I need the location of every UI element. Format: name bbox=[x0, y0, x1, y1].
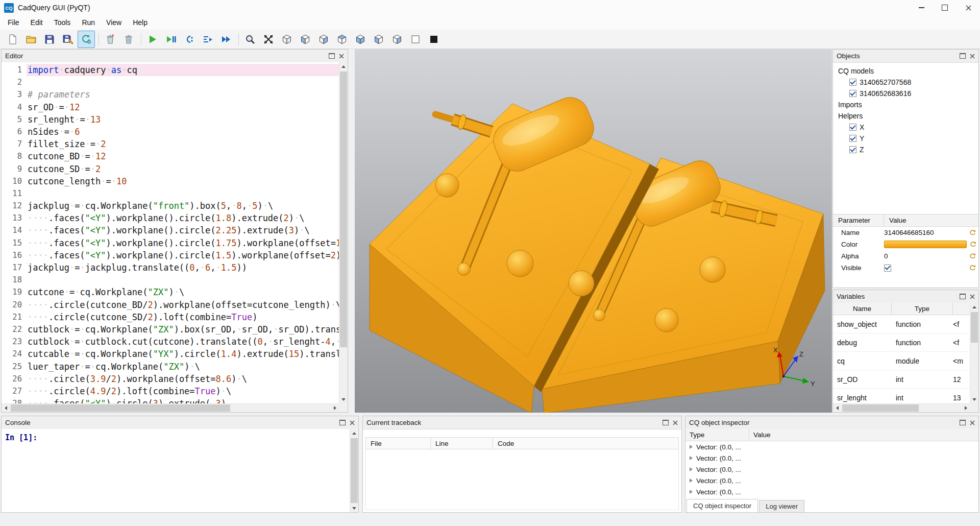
inspector-row-2[interactable]: Vector: (0.0, ... bbox=[685, 452, 978, 464]
code-line-12[interactable]: 12jackplug·=·cq.Workplane("front").box(5… bbox=[2, 200, 339, 212]
save-as-button[interactable] bbox=[59, 31, 77, 48]
code-line-18[interactable]: 18 bbox=[2, 274, 339, 286]
tree-item-y[interactable]: Y bbox=[833, 133, 978, 144]
float-icon[interactable] bbox=[339, 420, 346, 425]
code-line-13[interactable]: 13····.faces("<Y").workplane().circle(1.… bbox=[2, 212, 339, 224]
top-view-button[interactable] bbox=[333, 31, 351, 48]
visible-checkbox[interactable] bbox=[884, 265, 891, 272]
tree-item-cq-models[interactable]: CQ models bbox=[833, 65, 978, 77]
float-icon[interactable] bbox=[329, 53, 335, 59]
menu-file[interactable]: File bbox=[2, 15, 25, 30]
checkbox[interactable] bbox=[849, 146, 856, 153]
float-icon[interactable] bbox=[960, 420, 966, 425]
close-icon[interactable] bbox=[339, 54, 344, 59]
code-line-24[interactable]: 24cutcable·=·cq.Workplane("YX").circle(1… bbox=[2, 348, 339, 360]
code-line-9[interactable]: 9cutcone_SD·=·2 bbox=[2, 163, 339, 175]
autoreload-button[interactable] bbox=[78, 31, 95, 48]
viewport-3d[interactable]: X Z Y bbox=[355, 49, 832, 413]
checkbox[interactable] bbox=[849, 135, 856, 142]
checkbox[interactable] bbox=[849, 124, 856, 131]
delete-button[interactable] bbox=[120, 31, 137, 48]
continue-button[interactable] bbox=[217, 31, 235, 48]
checkbox[interactable] bbox=[849, 90, 856, 97]
code-line-10[interactable]: 10cutcone_length·=·10 bbox=[2, 175, 339, 187]
menu-run[interactable]: Run bbox=[76, 15, 101, 30]
tree-item-z[interactable]: Z bbox=[833, 144, 978, 155]
close-icon[interactable] bbox=[970, 54, 975, 59]
tree-item-3140652683616[interactable]: 3140652683616 bbox=[833, 88, 978, 99]
wireframe-button[interactable] bbox=[407, 31, 424, 48]
variables-horizontal-scrollbar[interactable] bbox=[833, 403, 970, 412]
minimize-button[interactable] bbox=[910, 0, 933, 15]
code-line-8[interactable]: 8cutcone_BD·=·12 bbox=[2, 150, 339, 162]
expand-icon[interactable] bbox=[690, 479, 693, 483]
code-line-26[interactable]: 26····.circle(3.9/2).workplane(offset=8.… bbox=[2, 373, 339, 385]
variable-row-cq[interactable]: cqmodule<m bbox=[833, 352, 970, 370]
color-swatch[interactable] bbox=[884, 241, 967, 248]
code-line-5[interactable]: 5sr_lenght·=·13 bbox=[2, 113, 339, 126]
close-icon[interactable] bbox=[970, 294, 975, 299]
code-line-19[interactable]: 19cutcone·=·cq.Workplane("ZX")·\ bbox=[2, 286, 339, 298]
code-line-14[interactable]: 14····.faces("<Y").workplane().circle(2.… bbox=[2, 224, 339, 236]
menu-edit[interactable]: Edit bbox=[25, 15, 48, 30]
maximize-button[interactable] bbox=[933, 0, 957, 15]
step-button[interactable] bbox=[181, 31, 198, 48]
reset-icon[interactable] bbox=[966, 229, 978, 236]
code-line-21[interactable]: 21····.circle(cutcone_SD/2).loft(combine… bbox=[2, 311, 339, 323]
close-button[interactable] bbox=[957, 0, 980, 15]
scrollbar-thumb[interactable] bbox=[351, 438, 358, 503]
run-button[interactable] bbox=[144, 31, 161, 48]
fit-zoom-button[interactable] bbox=[241, 31, 259, 48]
clear-button[interactable] bbox=[102, 31, 119, 48]
iso-view-button[interactable] bbox=[278, 31, 296, 48]
debug-button[interactable] bbox=[162, 31, 180, 48]
menu-tools[interactable]: Tools bbox=[48, 15, 77, 30]
code-line-23[interactable]: 23cutblock·=·cutblock.cut(cutcone).trans… bbox=[2, 336, 339, 348]
float-icon[interactable] bbox=[663, 420, 669, 425]
variable-row-show_object[interactable]: show_objectfunction<f bbox=[833, 315, 970, 333]
scrollbar-thumb[interactable] bbox=[971, 312, 978, 343]
tree-item-x[interactable]: X bbox=[833, 122, 978, 133]
scrollbar-thumb[interactable] bbox=[11, 404, 230, 412]
save-button[interactable] bbox=[41, 31, 58, 48]
code-line-28[interactable]: 28····.faces("<Y").circle(3).extrude(-3) bbox=[2, 397, 339, 403]
back-view-button[interactable] bbox=[315, 31, 332, 48]
code-line-6[interactable]: 6nSides·=·6 bbox=[2, 126, 339, 138]
console-input-area[interactable]: In [1]: bbox=[2, 429, 350, 512]
fit-all-button[interactable] bbox=[260, 31, 277, 48]
expand-icon[interactable] bbox=[690, 490, 693, 494]
tab-cq-object-inspector[interactable]: CQ object inspector bbox=[687, 499, 758, 512]
code-line-4[interactable]: 4sr_OD·=·12 bbox=[2, 101, 339, 113]
reset-icon[interactable] bbox=[967, 241, 979, 248]
code-line-7[interactable]: 7fillet_size·=·2 bbox=[2, 138, 339, 150]
scrollbar-thumb[interactable] bbox=[842, 404, 919, 412]
right-view-button[interactable] bbox=[388, 31, 406, 48]
inspector-row-3[interactable]: Vector: (0.0, ... bbox=[685, 464, 978, 475]
expand-icon[interactable] bbox=[690, 456, 693, 460]
inspector-row-1[interactable]: Vector: (0.0, ... bbox=[685, 441, 978, 452]
code-line-11[interactable]: 11 bbox=[2, 187, 339, 200]
reset-icon[interactable] bbox=[966, 253, 978, 259]
open-file-button[interactable] bbox=[22, 31, 40, 48]
scrollbar-thumb[interactable] bbox=[340, 71, 347, 347]
code-line-25[interactable]: 25luer_taper·=·cq.Workplane("ZX")·\ bbox=[2, 361, 339, 373]
menu-view[interactable]: View bbox=[101, 15, 127, 30]
shaded-button[interactable] bbox=[425, 31, 443, 48]
code-line-15[interactable]: 15····.faces("<Y").workplane().circle(1.… bbox=[2, 237, 339, 249]
step-in-button[interactable] bbox=[199, 31, 216, 48]
close-icon[interactable] bbox=[350, 420, 355, 425]
reset-icon[interactable] bbox=[966, 265, 978, 271]
tree-item-imports[interactable]: Imports bbox=[833, 99, 978, 110]
menu-help[interactable]: Help bbox=[127, 15, 153, 30]
checkbox[interactable] bbox=[849, 79, 856, 86]
code-line-17[interactable]: 17jackplug·=·jackplug.translate((0,·6,·1… bbox=[2, 261, 339, 274]
tab-log-viewer[interactable]: Log viewer bbox=[759, 500, 804, 512]
new-file-button[interactable] bbox=[4, 31, 21, 48]
editor-horizontal-scrollbar[interactable] bbox=[2, 403, 339, 412]
code-line-1[interactable]: 1import·cadquery·as·cq bbox=[2, 64, 339, 76]
variable-row-sr_lenght[interactable]: sr_lenghtint13 bbox=[833, 389, 970, 403]
console-vertical-scrollbar[interactable] bbox=[350, 429, 358, 512]
editor-vertical-scrollbar[interactable] bbox=[339, 62, 348, 403]
float-icon[interactable] bbox=[960, 294, 966, 299]
expand-icon[interactable] bbox=[690, 445, 693, 449]
